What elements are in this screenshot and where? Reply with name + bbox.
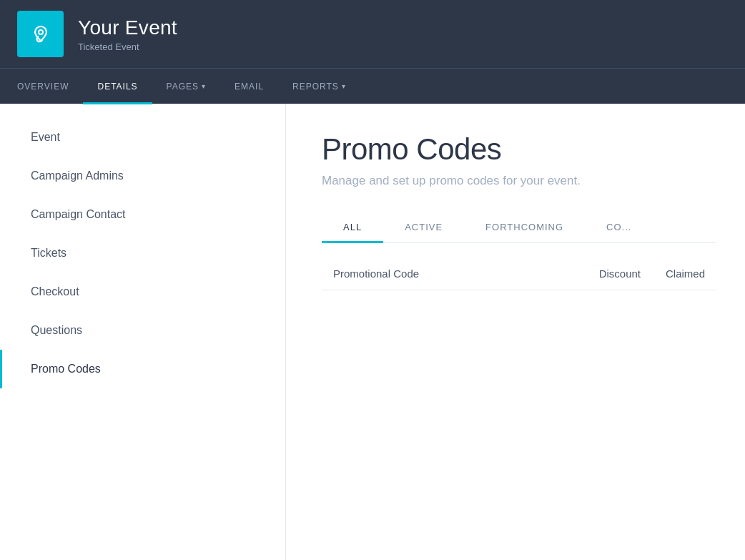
table-header-claimed: Claimed bbox=[641, 267, 705, 280]
tab-other[interactable]: CO... bbox=[585, 213, 653, 243]
chevron-down-icon: ▾ bbox=[202, 82, 206, 90]
page-subtitle: Manage and set up promo codes for your e… bbox=[322, 174, 716, 188]
event-subtitle: Ticketed Event bbox=[78, 41, 177, 52]
sidebar-item-questions[interactable]: Questions bbox=[0, 311, 285, 350]
nav-item-email[interactable]: EMAIL bbox=[220, 69, 278, 104]
main-nav: OVERVIEW DETAILS PAGES ▾ EMAIL REPORTS ▾ bbox=[0, 68, 745, 104]
table-header-code: Promotional Code bbox=[333, 267, 569, 280]
event-logo bbox=[17, 11, 64, 57]
nav-item-overview[interactable]: OVERVIEW bbox=[17, 69, 83, 104]
content-panel: Promo Codes Manage and set up promo code… bbox=[286, 104, 745, 560]
promo-codes-table: Promotional Code Discount Claimed bbox=[322, 257, 716, 290]
svg-point-0 bbox=[39, 30, 43, 34]
sidebar-item-event[interactable]: Event bbox=[0, 118, 285, 157]
tabs: ALL ACTIVE FORTHCOMING CO... bbox=[322, 213, 716, 243]
tab-active[interactable]: ACTIVE bbox=[383, 213, 464, 243]
event-title: Your Event bbox=[78, 16, 177, 39]
header: Your Event Ticketed Event bbox=[0, 0, 745, 68]
nav-item-pages[interactable]: PAGES ▾ bbox=[152, 69, 220, 104]
sidebar-item-campaign-admins[interactable]: Campaign Admins bbox=[0, 157, 285, 195]
table-header-discount: Discount bbox=[569, 267, 641, 280]
nav-item-reports[interactable]: REPORTS ▾ bbox=[278, 69, 360, 104]
table-header-row: Promotional Code Discount Claimed bbox=[322, 257, 716, 290]
content-area: Promo Codes Manage and set up promo code… bbox=[286, 104, 745, 560]
chevron-down-icon: ▾ bbox=[342, 82, 346, 90]
main-content: Event Campaign Admins Campaign Contact T… bbox=[0, 104, 745, 560]
sidebar: Event Campaign Admins Campaign Contact T… bbox=[0, 104, 286, 560]
header-title-group: Your Event Ticketed Event bbox=[78, 16, 177, 52]
sidebar-item-promo-codes[interactable]: Promo Codes bbox=[0, 350, 285, 388]
tab-forthcoming[interactable]: FORTHCOMING bbox=[464, 213, 585, 243]
sidebar-item-tickets[interactable]: Tickets bbox=[0, 234, 285, 272]
page-title: Promo Codes bbox=[322, 132, 716, 167]
sidebar-item-checkout[interactable]: Checkout bbox=[0, 272, 285, 311]
tab-all[interactable]: ALL bbox=[322, 213, 383, 243]
sidebar-item-campaign-contact[interactable]: Campaign Contact bbox=[0, 195, 285, 234]
nav-item-details[interactable]: DETAILS bbox=[83, 69, 152, 104]
